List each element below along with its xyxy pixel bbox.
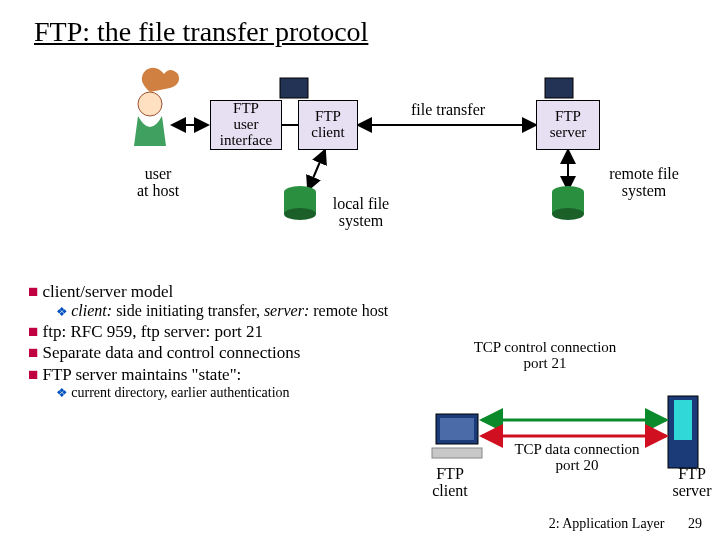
user-at-host-label: userat host	[118, 166, 198, 200]
ftp-ui-box: FTPuserinterface	[210, 100, 282, 150]
bottom-ftp-server-label: FTPserver	[660, 466, 720, 500]
local-fs-icon	[284, 186, 316, 220]
svg-rect-12	[280, 78, 308, 98]
file-transfer-label: file transfer	[388, 102, 508, 119]
svg-point-8	[284, 208, 316, 220]
bottom-ftp-client-label: FTPclient	[420, 466, 480, 500]
bullet-client-server-sub: client: side initiating transfer, server…	[56, 302, 706, 320]
svg-rect-16	[432, 448, 482, 458]
svg-line-3	[308, 150, 325, 190]
remote-fs-label: remote filesystem	[594, 166, 694, 200]
tcp-control-label: TCP control connectionport 21	[440, 340, 650, 372]
local-fs-label: local filesystem	[316, 196, 406, 230]
footer-layer: 2: Application Layer	[549, 516, 665, 531]
tcp-data-label: TCP data connectionport 20	[492, 442, 662, 474]
diagram-top	[0, 0, 720, 280]
svg-point-11	[552, 208, 584, 220]
svg-rect-15	[440, 418, 474, 440]
remote-fs-icon	[552, 186, 584, 220]
svg-rect-13	[545, 78, 573, 98]
svg-rect-18	[674, 400, 692, 440]
footer: 2: Application Layer 29	[549, 516, 702, 532]
bullet-client-server: client/server model client: side initiat…	[28, 282, 706, 320]
ftp-client-box: FTPclient	[298, 100, 358, 150]
footer-page: 29	[688, 516, 702, 531]
ftp-server-box: FTPserver	[536, 100, 600, 150]
user-icon	[134, 68, 179, 146]
svg-point-5	[138, 92, 162, 116]
